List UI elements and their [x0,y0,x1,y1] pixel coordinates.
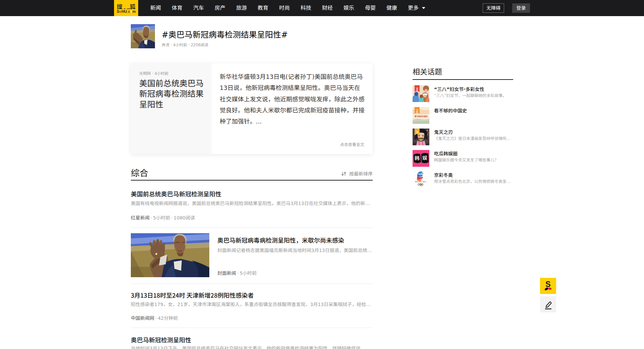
svg-text:3: 3 [416,130,418,135]
svg-text:S: S [545,280,550,289]
svg-text:韩: 韩 [415,154,420,161]
svg-text:看不够的中国史: 看不够的中国史 [415,115,428,118]
svg-text:2: 2 [416,108,418,113]
svg-text:BEIJING 2022: BEIJING 2022 [415,181,426,183]
svg-text:1: 1 [416,86,418,91]
svg-text:HU: HU [122,9,127,13]
svg-text:o: o [119,9,122,13]
svg-text:m: m [132,9,136,13]
svg-text:娱: 娱 [422,154,427,161]
